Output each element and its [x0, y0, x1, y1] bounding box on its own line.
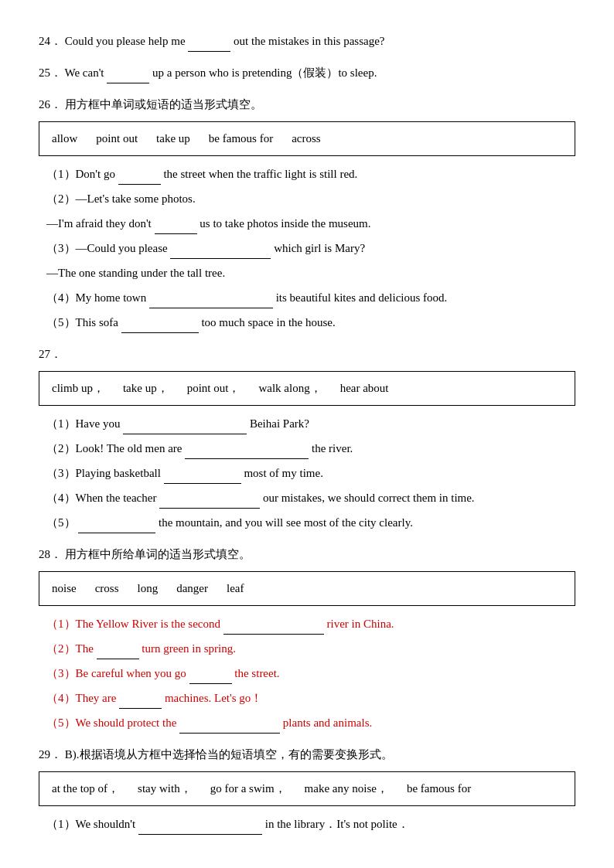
- q27-item-3-text: （3）Playing basketball: [46, 467, 161, 479]
- q26-word-5: across: [292, 128, 321, 149]
- q26-title: 用方框中单词或短语的适当形式填空。: [65, 98, 262, 111]
- q28-item-2-blank[interactable]: [97, 647, 139, 659]
- q26-item-3b: —The one standing under the tall tree.: [39, 263, 575, 284]
- q26-item-2b-text: —I'm afraid they don't: [46, 217, 152, 230]
- q28-item-1-text: （1）The Yellow River is the second: [46, 618, 220, 630]
- q25-text: We can't: [64, 66, 104, 79]
- q26-header: 26． 用方框中单词或短语的适当形式填空。: [39, 94, 575, 115]
- q26-item-4: （4）My home town its beautiful kites and …: [39, 288, 575, 308]
- q27-item-1-after: Beihai Park?: [250, 417, 309, 430]
- question-25: 25． We can't up a person who is pretendi…: [39, 63, 575, 83]
- q29-num: 29: [39, 748, 50, 761]
- q28-item-2-after: turn green in spring.: [142, 642, 236, 655]
- q29-word-5: be famous for: [407, 778, 471, 799]
- q28-item-3-text: （3）Be careful when you go: [46, 667, 186, 679]
- q28-item-4-after: machines. Let's go！: [165, 692, 262, 704]
- q26-item-2b: —I'm afraid they don't us to take photos…: [39, 213, 575, 234]
- q26-item-5: （5）This sofa too much space in the house…: [39, 312, 575, 333]
- q28-item-5: （5）We should protect the plants and anim…: [39, 713, 575, 734]
- q28-item-5-text: （5）We should protect the: [46, 717, 176, 729]
- q24-num: 24: [39, 35, 50, 47]
- q29-title: B).根据语境从方框中选择恰当的短语填空，有的需要变换形式。: [65, 748, 393, 761]
- question-29: 29． B).根据语境从方框中选择恰当的短语填空，有的需要变换形式。 at th…: [39, 744, 575, 835]
- q28-item-3-blank[interactable]: [189, 672, 232, 684]
- question-27: 27． climb up， take up， point out， walk a…: [39, 344, 575, 533]
- q27-item-5-after: the mountain, and you will see most of t…: [159, 516, 413, 529]
- q27-item-4-after: our mistakes, we should correct them in …: [263, 492, 475, 504]
- q28-word-3: long: [138, 578, 159, 599]
- q26-item-2b-after: us to take photos inside the museum.: [200, 217, 370, 230]
- q26-word-box: allow point out take up be famous for ac…: [39, 121, 575, 156]
- q26-word-1: allow: [52, 128, 77, 149]
- q24-text: Could you please help me: [65, 35, 186, 47]
- q26-item-3a-blank[interactable]: [170, 247, 271, 259]
- q26-item-2a: （2）—Let's take some photos.: [39, 189, 575, 209]
- q27-item-2-text: （2）Look! The old men are: [46, 442, 182, 454]
- q26-item-1-after: the street when the traffic light is sti…: [163, 168, 357, 180]
- q26-item-1: （1）Don't go the street when the traffic …: [39, 164, 575, 185]
- q27-header: 27．: [39, 344, 575, 365]
- q24-blank[interactable]: [188, 39, 230, 52]
- q27-item-1-blank[interactable]: [123, 422, 247, 434]
- q27-item-4: （4）When the teacher our mistakes, we sho…: [39, 488, 575, 509]
- q25-num: 25: [39, 66, 50, 79]
- q29-word-2: stay with，: [138, 778, 192, 799]
- q28-word-2: cross: [95, 578, 119, 599]
- q27-word-5: hear about: [340, 378, 389, 399]
- q26-num: 26: [39, 98, 50, 111]
- q29-word-1: at the top of，: [52, 778, 119, 799]
- q26-word-3: take up: [156, 128, 190, 149]
- q28-word-4: danger: [176, 578, 208, 599]
- q29-header: 29． B).根据语境从方框中选择恰当的短语填空，有的需要变换形式。: [39, 744, 575, 765]
- q27-item-3: （3）Playing basketball most of my time.: [39, 463, 575, 484]
- q28-num: 28: [39, 548, 50, 560]
- q26-item-4-blank[interactable]: [149, 296, 273, 308]
- q26-item-5-text: （5）This sofa: [46, 316, 118, 328]
- q27-item-2-blank[interactable]: [185, 447, 309, 459]
- q28-item-4-text: （4）They are: [46, 692, 116, 704]
- q28-item-3: （3）Be careful when you go the street.: [39, 663, 575, 684]
- q26-item-2b-blank[interactable]: [155, 222, 197, 234]
- q26-item-5-after: too much space in the house.: [201, 316, 335, 328]
- q27-item-5-num: （5）: [46, 516, 76, 529]
- q28-item-2-text: （2）The: [46, 642, 94, 655]
- q26-item-3a-text: （3）—Could you please: [46, 242, 168, 254]
- q25-blank[interactable]: [107, 71, 149, 83]
- q27-item-4-blank[interactable]: [159, 496, 260, 509]
- q27-item-5-blank[interactable]: [78, 521, 155, 533]
- q26-word-2: point out: [96, 128, 138, 149]
- q29-item-1: （1）We shouldn't in the library．It's not …: [39, 814, 575, 835]
- question-24: 24． Could you please help me out the mis…: [39, 31, 575, 52]
- q28-item-5-after: plants and animals.: [283, 717, 372, 729]
- q28-item-1-blank[interactable]: [223, 622, 324, 635]
- q29-word-box: at the top of， stay with， go for a swim，…: [39, 771, 575, 806]
- q28-word-1: noise: [52, 578, 77, 599]
- q24-after: out the mistakes in this passage?: [234, 35, 384, 47]
- q28-word-box: noise cross long danger leaf: [39, 571, 575, 606]
- q29-word-3: go for a swim，: [210, 778, 286, 799]
- q29-item-1-blank[interactable]: [138, 822, 262, 835]
- q27-word-1: climb up，: [52, 378, 104, 399]
- q27-word-4: walk along，: [258, 378, 321, 399]
- q26-item-4-text: （4）My home town: [46, 291, 146, 304]
- q27-item-3-after: most of my time.: [244, 467, 323, 479]
- q27-item-4-text: （4）When the teacher: [46, 492, 156, 504]
- q25-after: up a person who is pretending（假装）to slee…: [152, 66, 377, 79]
- q28-item-5-blank[interactable]: [179, 721, 280, 734]
- q28-item-3-after: the street.: [234, 667, 279, 679]
- q28-item-4-blank[interactable]: [119, 696, 162, 709]
- q26-item-2a-text: （2）—Let's take some photos.: [46, 192, 196, 205]
- q27-item-5: （5） the mountain, and you will see most …: [39, 512, 575, 533]
- q27-item-3-blank[interactable]: [164, 471, 241, 484]
- q26-item-5-blank[interactable]: [121, 321, 199, 333]
- q28-header: 28． 用方框中所给单词的适当形式填空。: [39, 544, 575, 565]
- q26-item-3a-after: which girl is Mary?: [274, 242, 365, 254]
- q28-item-2: （2）The turn green in spring.: [39, 638, 575, 659]
- q27-num: 27: [39, 348, 50, 360]
- q27-item-1-text: （1）Have you: [46, 417, 120, 430]
- q27-item-2-after: the river.: [312, 442, 353, 454]
- q26-item-3a: （3）—Could you please which girl is Mary?: [39, 238, 575, 259]
- q27-word-2: take up，: [123, 378, 169, 399]
- q26-item-1-blank[interactable]: [118, 172, 161, 185]
- q27-word-box: climb up， take up， point out， walk along…: [39, 371, 575, 406]
